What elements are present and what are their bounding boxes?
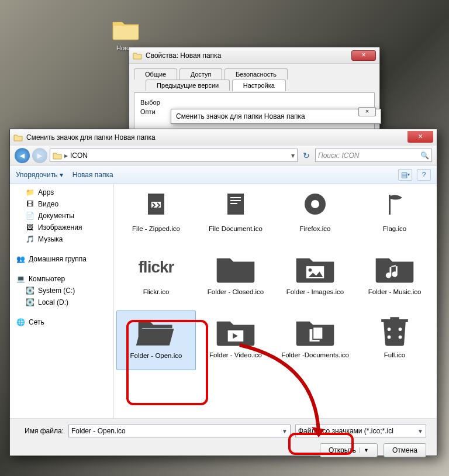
tab-general[interactable]: Общие — [134, 68, 177, 80]
file-label: File Document.ico — [197, 225, 274, 240]
tab-customize[interactable]: Настройка — [232, 80, 286, 91]
dropdown-icon[interactable]: ▾ — [291, 151, 295, 160]
filename-input[interactable]: Folder - Open.ico ▼ — [68, 425, 291, 437]
sidebar-item-video[interactable]: 🎞Видео — [10, 198, 113, 210]
sidebar-item-images[interactable]: 🖼Изображения — [10, 222, 113, 233]
video-icon: 🎞 — [25, 199, 34, 209]
dialog-title: Сменить значок для папки Новая папка — [26, 133, 407, 142]
tooltip-text: Сменить значок для папки Новая папка — [171, 109, 381, 123]
cancel-button[interactable]: Отмена — [384, 443, 426, 457]
file-label: Full.ico — [356, 351, 433, 367]
file-label: Folder - Music.ico — [356, 288, 433, 303]
folder-icon — [13, 133, 23, 142]
tooltip-window: × Сменить значок для папки Новая папка — [171, 109, 381, 124]
sidebar-item-network[interactable]: 🌐Сеть — [10, 316, 113, 328]
split-dropdown-icon[interactable]: ▼ — [360, 447, 369, 453]
sidebar-item-documents[interactable]: 📄Документы — [10, 210, 113, 222]
document-icon: 📄 — [25, 211, 34, 220]
tab-security[interactable]: Безопасность — [224, 68, 288, 80]
dropdown-icon[interactable]: ▼ — [417, 428, 423, 434]
search-icon: 🔍 — [420, 151, 429, 160]
svg-rect-5 — [230, 203, 237, 204]
tab-previous-versions[interactable]: Предыдущие версии — [146, 80, 230, 91]
dialog-titlebar[interactable]: Сменить значок для папки Новая папка × — [10, 129, 437, 146]
image-icon: 🖼 — [25, 223, 34, 232]
filter-value: Файлы со значками (*.ico;*.icl — [298, 427, 393, 435]
sidebar-item-music[interactable]: 🎵Музыка — [10, 233, 113, 245]
file-label: Folder - Images.ico — [277, 288, 354, 303]
music-icon: 🎵 — [25, 234, 34, 244]
svg-rect-13 — [313, 327, 323, 339]
file-label: Folder - Video.ico — [197, 351, 274, 367]
file-label: File - Zipped.ico — [118, 225, 195, 240]
folder-icon — [53, 151, 62, 160]
svg-point-14 — [388, 327, 391, 331]
svg-point-10 — [309, 268, 312, 272]
svg-rect-3 — [230, 197, 241, 198]
open-button[interactable]: Открыть▼ — [320, 443, 378, 457]
sidebar-item-apps[interactable]: 📁Apps — [10, 187, 113, 198]
svg-rect-8 — [389, 195, 391, 215]
svg-point-7 — [311, 200, 319, 208]
search-input[interactable]: Поиск: ICON 🔍 — [315, 149, 432, 162]
dropdown-icon[interactable]: ▼ — [282, 428, 288, 434]
svg-rect-4 — [230, 200, 241, 201]
toolbar: Упорядочить ▾ Новая папка ▤▾ ? — [10, 165, 437, 184]
sidebar-item-local-d[interactable]: 💽Local (D:) — [10, 296, 113, 308]
file-label: Firefox.ico — [277, 225, 354, 240]
dialog-bottom-bar: Имя файла: Folder - Open.ico ▼ Файлы со … — [10, 418, 437, 463]
help-button[interactable]: ? — [417, 169, 431, 181]
svg-point-17 — [399, 336, 402, 339]
address-bar[interactable]: ▸ ICON ▾ — [50, 149, 298, 162]
back-button[interactable]: ◄ — [15, 148, 30, 163]
file-item-selected[interactable]: Folder - Open.ico — [116, 311, 196, 370]
svg-point-15 — [399, 327, 402, 331]
file-label: Flag.ico — [356, 225, 433, 240]
network-icon: 🌐 — [16, 318, 25, 327]
tab-sharing[interactable]: Доступ — [179, 68, 223, 80]
organize-menu[interactable]: Упорядочить ▾ — [16, 171, 63, 179]
close-button[interactable]: × — [351, 50, 376, 61]
filename-value: Folder - Open.ico — [71, 427, 126, 435]
forward-button[interactable]: ► — [32, 148, 47, 163]
group-label: Выбор — [140, 99, 368, 106]
file-item[interactable]: Firefox.ico — [275, 184, 355, 243]
new-folder-button[interactable]: Новая папка — [72, 171, 113, 179]
file-label: Folder - Open.ico — [118, 352, 194, 367]
svg-point-16 — [388, 336, 391, 339]
drive-icon: 💽 — [25, 298, 34, 307]
homegroup-icon: 👥 — [16, 254, 25, 264]
sidebar-item-system-c[interactable]: 💽System (C:) — [10, 285, 113, 296]
computer-icon: 💻 — [16, 274, 25, 284]
view-button[interactable]: ▤▾ — [398, 169, 412, 181]
address-path: ICON — [70, 151, 88, 160]
refresh-button[interactable]: ↻ — [300, 149, 313, 162]
dialog-close-button[interactable]: × — [407, 131, 433, 143]
file-item[interactable]: flickr Flickr.ico — [116, 247, 196, 306]
search-placeholder: Поиск: ICON — [318, 151, 359, 160]
properties-title: Свойства: Новая папка — [146, 51, 351, 60]
file-item[interactable]: File Document.ico — [196, 184, 275, 243]
file-item[interactable]: Folder -Documents.ico — [275, 311, 355, 370]
sidebar: 📁Apps 🎞Видео 📄Документы 🖼Изображения 🎵Му… — [10, 184, 114, 418]
folder-icon: 📁 — [25, 188, 34, 197]
drive-icon: 💽 — [25, 286, 34, 295]
file-filter[interactable]: Файлы со значками (*.ico;*.icl ▼ — [295, 425, 426, 437]
properties-titlebar[interactable]: Свойства: Новая папка × — [129, 47, 379, 64]
file-item[interactable]: Full.ico — [355, 311, 434, 370]
navigation-bar: ◄ ► ▸ ICON ▾ ↻ Поиск: ICON 🔍 — [10, 146, 437, 165]
file-label: Folder -Documents.ico — [277, 351, 354, 367]
sidebar-item-computer[interactable]: 💻Компьютер — [10, 273, 113, 285]
sidebar-item-homegroup[interactable]: 👥Домашняя группа — [10, 253, 113, 265]
file-item[interactable]: Folder - Video.ico — [196, 311, 275, 370]
file-label: Folder - Closed.ico — [197, 288, 274, 303]
file-item[interactable]: Folder - Images.ico — [275, 247, 355, 306]
file-item[interactable]: Folder - Closed.ico — [196, 247, 275, 306]
file-item[interactable]: File - Zipped.ico — [116, 184, 196, 243]
file-item[interactable]: Folder - Music.ico — [355, 247, 434, 306]
filename-label: Имя файла: — [20, 427, 64, 435]
folder-icon — [133, 51, 142, 60]
open-dialog: Сменить значок для папки Новая папка × ◄… — [9, 129, 437, 456]
tooltip-close[interactable]: × — [358, 107, 376, 116]
file-item[interactable]: Flag.ico — [355, 184, 434, 243]
